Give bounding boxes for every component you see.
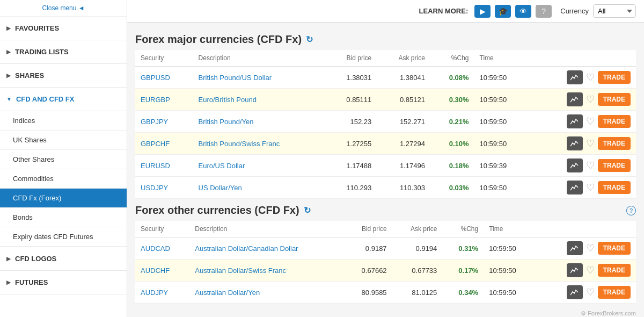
eye-icon-button[interactable]: 👁 — [515, 5, 531, 18]
security-cell: EURGBP — [135, 89, 193, 111]
sidebar-item-commodities[interactable]: Commodities — [0, 169, 127, 189]
main-content: LEARN MORE: ▶ 🎓 👁 ? Currency All GBP EUR… — [127, 0, 644, 317]
description-link[interactable]: Australian Dollar/Swiss Franc — [195, 266, 286, 275]
description-link[interactable]: US Dollar/Yen — [199, 184, 242, 192]
pct-cell: 0.08% — [430, 67, 474, 89]
col-time: Time — [474, 50, 529, 67]
favourite-button[interactable]: ♡ — [586, 116, 595, 127]
actions-cell: ♡ TRADE — [535, 237, 636, 260]
security-link[interactable]: EURGBP — [141, 96, 170, 104]
col-security: Security — [135, 50, 193, 67]
trade-button[interactable]: TRADE — [598, 181, 631, 194]
trade-button[interactable]: TRADE — [598, 242, 631, 255]
chart-button[interactable] — [567, 114, 583, 128]
security-link[interactable]: AUDCAD — [141, 244, 170, 253]
trade-button[interactable]: TRADE — [598, 71, 631, 84]
chart-button[interactable] — [567, 158, 583, 172]
chart-button[interactable] — [567, 136, 583, 150]
favourite-button[interactable]: ♡ — [586, 264, 595, 276]
sidebar-item-expiry-dates-cfd-futures[interactable]: Expiry dates CFD Futures — [0, 227, 127, 247]
security-link[interactable]: USDJPY — [141, 184, 168, 192]
chart-button[interactable] — [567, 181, 583, 194]
trade-button[interactable]: TRADE — [598, 286, 631, 299]
favourite-button[interactable]: ♡ — [586, 71, 595, 83]
favourite-button[interactable]: ♡ — [586, 160, 595, 171]
security-cell: AUDJPY — [135, 282, 189, 304]
trade-button[interactable]: TRADE — [598, 115, 631, 128]
sidebar-item-bonds[interactable]: Bonds — [0, 208, 127, 227]
sidebar-item-cfd-logos[interactable]: ▶ CFD LOGOS — [0, 247, 127, 271]
sidebar-item-shares[interactable]: ▶ SHARES — [0, 64, 127, 88]
col-bid: Bid price — [343, 221, 392, 237]
trade-button[interactable]: TRADE — [598, 264, 631, 277]
security-cell: GBPUSD — [135, 67, 193, 89]
security-link[interactable]: GBPUSD — [141, 74, 170, 82]
sidebar-item-futures[interactable]: ▶ FUTURES — [0, 271, 127, 294]
refresh-other-icon[interactable]: ↻ — [304, 205, 311, 215]
chart-button[interactable] — [567, 92, 583, 106]
description-cell: Australian Dollar/Yen — [189, 282, 343, 304]
description-link[interactable]: Euro/US Dollar — [199, 162, 245, 170]
chart-button[interactable] — [567, 70, 583, 84]
description-link[interactable]: Euro/British Pound — [199, 96, 257, 104]
mortarboard-icon-button[interactable]: 🎓 — [495, 5, 511, 18]
refresh-major-icon[interactable]: ↻ — [306, 34, 313, 45]
chart-button[interactable] — [567, 241, 583, 255]
col-bid: Bid price — [325, 50, 377, 67]
sidebar-item-trading-lists[interactable]: ▶ TRADING LISTS — [0, 40, 127, 64]
favourite-button[interactable]: ♡ — [586, 182, 595, 193]
security-link[interactable]: AUDJPY — [141, 289, 168, 297]
chart-button[interactable] — [567, 285, 583, 299]
security-link[interactable]: EURUSD — [141, 162, 170, 170]
security-link[interactable]: AUDCHF — [141, 266, 170, 275]
table-row: EURUSD Euro/US Dollar 1.17488 1.17496 0.… — [135, 155, 636, 177]
cfd-sub-menu: Indices UK Shares Other Shares Commoditi… — [0, 111, 127, 247]
favourite-button[interactable]: ♡ — [586, 242, 595, 254]
favourite-button[interactable]: ♡ — [586, 93, 595, 105]
description-link[interactable]: Australian Dollar/Yen — [195, 289, 260, 297]
help-icon-button[interactable]: ? — [536, 5, 552, 18]
sidebar-item-uk-shares[interactable]: UK Shares — [0, 131, 127, 150]
arrow-icon: ▶ — [6, 256, 11, 262]
sidebar-item-cfd-and-cfd-fx[interactable]: ▼ CFD AND CFD FX — [0, 88, 127, 111]
description-cell: Euro/British Pound — [193, 89, 326, 111]
sidebar-item-favourites[interactable]: ▶ FAVOURITES — [0, 17, 127, 40]
col-pct: %Chg — [430, 50, 474, 67]
arrow-icon: ▶ — [6, 279, 11, 285]
ask-cell: 81.0125 — [392, 282, 443, 304]
security-cell: AUDCAD — [135, 237, 189, 260]
description-link[interactable]: Australian Dollar/Canadian Dollar — [195, 244, 298, 253]
play-icon-button[interactable]: ▶ — [474, 5, 491, 18]
bid-cell: 152.23 — [325, 111, 377, 133]
description-cell: British Pound/Yen — [193, 111, 326, 133]
bid-cell: 1.27255 — [325, 133, 377, 155]
security-cell: USDJPY — [135, 177, 193, 199]
trade-button[interactable]: TRADE — [598, 93, 631, 106]
table-row: AUDCHF Australian Dollar/Swiss Franc 0.6… — [135, 260, 636, 282]
major-section-title: Forex major currencies (CFD Fx) ↻ — [135, 33, 313, 46]
description-link[interactable]: British Pound/Yen — [199, 118, 254, 126]
favourite-button[interactable]: ♡ — [586, 138, 595, 149]
time-cell: 10:59:50 — [484, 237, 535, 260]
description-link[interactable]: British Pound/US Dollar — [199, 74, 272, 82]
security-link[interactable]: GBPCHF — [141, 140, 170, 148]
favourite-button[interactable]: ♡ — [586, 286, 595, 298]
security-link[interactable]: GBPJPY — [141, 118, 168, 126]
time-cell: 10:59:50 — [474, 177, 529, 199]
close-menu-button[interactable]: Close menu ◄ — [0, 0, 127, 17]
pct-cell: 0.18% — [430, 155, 474, 177]
col-description: Description — [193, 50, 326, 67]
other-section-help-icon[interactable]: ? — [626, 206, 636, 215]
time-cell: 10:59:50 — [474, 89, 529, 111]
description-link[interactable]: British Pound/Swiss Franc — [199, 140, 280, 148]
table-row: AUDCAD Australian Dollar/Canadian Dollar… — [135, 237, 636, 260]
trade-button[interactable]: TRADE — [598, 137, 631, 150]
chart-button[interactable] — [567, 263, 583, 277]
sidebar-item-other-shares[interactable]: Other Shares — [0, 150, 127, 169]
time-cell: 10:59:39 — [474, 155, 529, 177]
trade-button[interactable]: TRADE — [598, 159, 631, 172]
currency-select[interactable]: All GBP EUR USD — [593, 4, 636, 18]
sidebar-item-indices[interactable]: Indices — [0, 111, 127, 131]
learn-more-label: LEARN MORE: — [419, 7, 469, 15]
sidebar-item-cfd-fx-forex[interactable]: CFD Fx (Forex) — [0, 189, 127, 208]
